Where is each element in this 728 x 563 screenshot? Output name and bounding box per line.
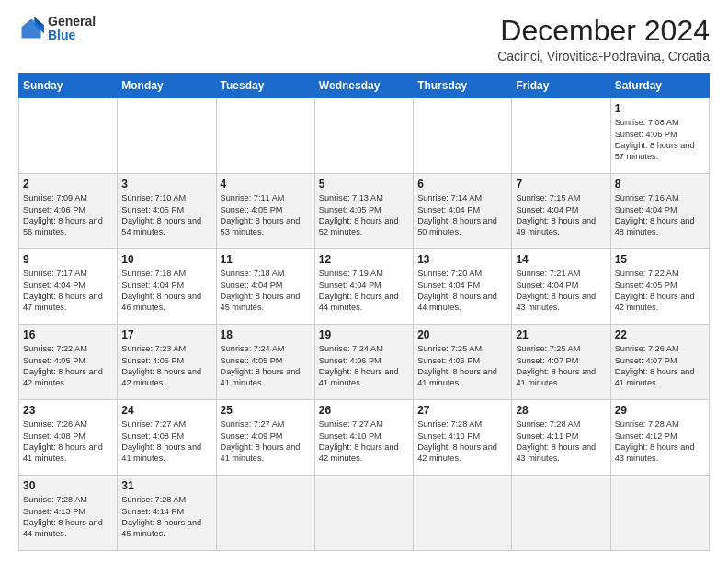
table-row: 19Sunrise: 7:24 AMSunset: 4:06 PMDayligh… bbox=[314, 325, 413, 400]
table-row: 2Sunrise: 7:09 AMSunset: 4:06 PMDaylight… bbox=[19, 174, 118, 249]
logo-icon bbox=[18, 16, 44, 41]
table-row: 20Sunrise: 7:25 AMSunset: 4:06 PMDayligh… bbox=[414, 325, 512, 400]
day-info: Sunrise: 7:27 AMSunset: 4:09 PMDaylight:… bbox=[221, 419, 301, 463]
day-number: 20 bbox=[417, 328, 507, 341]
day-number: 23 bbox=[23, 404, 113, 417]
day-number: 7 bbox=[516, 178, 606, 190]
table-row bbox=[414, 98, 512, 174]
day-number: 9 bbox=[23, 253, 113, 266]
day-number: 21 bbox=[516, 328, 606, 341]
table-row: 16Sunrise: 7:22 AMSunset: 4:05 PMDayligh… bbox=[19, 325, 118, 400]
table-row bbox=[19, 98, 118, 174]
day-info: Sunrise: 7:21 AMSunset: 4:04 PMDaylight:… bbox=[516, 269, 596, 312]
day-info: Sunrise: 7:16 AMSunset: 4:04 PMDaylight:… bbox=[615, 193, 695, 236]
day-number: 17 bbox=[121, 328, 211, 341]
day-number: 15 bbox=[615, 253, 705, 266]
day-number: 31 bbox=[121, 479, 211, 492]
header-tuesday: Tuesday bbox=[216, 74, 314, 98]
table-row: 27Sunrise: 7:28 AMSunset: 4:10 PMDayligh… bbox=[414, 400, 512, 476]
day-number: 13 bbox=[417, 253, 507, 266]
day-info: Sunrise: 7:27 AMSunset: 4:08 PMDaylight:… bbox=[121, 419, 201, 463]
table-row: 12Sunrise: 7:19 AMSunset: 4:04 PMDayligh… bbox=[314, 249, 413, 325]
day-info: Sunrise: 7:23 AMSunset: 4:05 PMDaylight:… bbox=[121, 344, 201, 387]
table-row bbox=[314, 98, 413, 174]
table-row: 29Sunrise: 7:28 AMSunset: 4:12 PMDayligh… bbox=[610, 400, 709, 476]
header-wednesday: Wednesday bbox=[314, 74, 413, 98]
table-row bbox=[216, 98, 314, 174]
table-row: 28Sunrise: 7:28 AMSunset: 4:11 PMDayligh… bbox=[512, 400, 610, 476]
day-info: Sunrise: 7:09 AMSunset: 4:06 PMDaylight:… bbox=[23, 193, 103, 236]
day-info: Sunrise: 7:08 AMSunset: 4:06 PMDaylight:… bbox=[615, 118, 695, 161]
day-info: Sunrise: 7:20 AMSunset: 4:04 PMDaylight:… bbox=[417, 269, 497, 312]
day-info: Sunrise: 7:15 AMSunset: 4:04 PMDaylight:… bbox=[516, 193, 596, 236]
day-number: 11 bbox=[221, 253, 311, 266]
title-block: December 2024 Cacinci, Virovitica-Podrav… bbox=[497, 15, 710, 63]
day-number: 27 bbox=[417, 404, 507, 417]
day-info: Sunrise: 7:28 AMSunset: 4:14 PMDaylight:… bbox=[121, 495, 201, 538]
day-info: Sunrise: 7:27 AMSunset: 4:10 PMDaylight:… bbox=[319, 419, 399, 463]
table-row: 17Sunrise: 7:23 AMSunset: 4:05 PMDayligh… bbox=[118, 325, 216, 400]
day-info: Sunrise: 7:11 AMSunset: 4:05 PMDaylight:… bbox=[221, 193, 301, 236]
day-info: Sunrise: 7:22 AMSunset: 4:05 PMDaylight:… bbox=[615, 269, 695, 312]
day-number: 12 bbox=[319, 253, 409, 266]
logo-general-text: General bbox=[48, 15, 96, 29]
table-row: 4Sunrise: 7:11 AMSunset: 4:05 PMDaylight… bbox=[216, 174, 314, 249]
table-row: 22Sunrise: 7:26 AMSunset: 4:07 PMDayligh… bbox=[610, 325, 709, 400]
calendar-header-row: Sunday Monday Tuesday Wednesday Thursday… bbox=[19, 74, 710, 98]
table-row: 15Sunrise: 7:22 AMSunset: 4:05 PMDayligh… bbox=[610, 249, 709, 325]
day-info: Sunrise: 7:14 AMSunset: 4:04 PMDaylight:… bbox=[417, 193, 497, 236]
day-number: 1 bbox=[615, 102, 705, 115]
logo: General Blue bbox=[18, 15, 96, 43]
header-saturday: Saturday bbox=[610, 74, 709, 98]
table-row bbox=[216, 476, 314, 551]
header: General Blue December 2024 Cacinci, Viro… bbox=[18, 15, 710, 63]
calendar-table: Sunday Monday Tuesday Wednesday Thursday… bbox=[18, 73, 710, 551]
table-row: 9Sunrise: 7:17 AMSunset: 4:04 PMDaylight… bbox=[19, 249, 118, 325]
day-number: 10 bbox=[121, 253, 211, 266]
day-number: 8 bbox=[615, 178, 705, 190]
table-row: 14Sunrise: 7:21 AMSunset: 4:04 PMDayligh… bbox=[512, 249, 610, 325]
day-info: Sunrise: 7:24 AMSunset: 4:05 PMDaylight:… bbox=[221, 344, 301, 387]
header-friday: Friday bbox=[512, 74, 610, 98]
table-row: 5Sunrise: 7:13 AMSunset: 4:05 PMDaylight… bbox=[314, 174, 413, 249]
day-number: 24 bbox=[121, 404, 211, 417]
day-info: Sunrise: 7:17 AMSunset: 4:04 PMDaylight:… bbox=[23, 269, 103, 312]
table-row bbox=[314, 476, 413, 551]
day-info: Sunrise: 7:10 AMSunset: 4:05 PMDaylight:… bbox=[121, 193, 201, 236]
table-row: 18Sunrise: 7:24 AMSunset: 4:05 PMDayligh… bbox=[216, 325, 314, 400]
day-number: 5 bbox=[319, 178, 409, 190]
day-number: 22 bbox=[615, 328, 705, 341]
table-row: 26Sunrise: 7:27 AMSunset: 4:10 PMDayligh… bbox=[314, 400, 413, 476]
main-title: December 2024 bbox=[497, 15, 710, 47]
day-info: Sunrise: 7:26 AMSunset: 4:08 PMDaylight:… bbox=[23, 419, 103, 463]
day-info: Sunrise: 7:19 AMSunset: 4:04 PMDaylight:… bbox=[319, 269, 399, 312]
table-row: 23Sunrise: 7:26 AMSunset: 4:08 PMDayligh… bbox=[19, 400, 118, 476]
table-row bbox=[414, 476, 512, 551]
table-row: 11Sunrise: 7:18 AMSunset: 4:04 PMDayligh… bbox=[216, 249, 314, 325]
day-number: 26 bbox=[319, 404, 409, 417]
day-info: Sunrise: 7:25 AMSunset: 4:06 PMDaylight:… bbox=[417, 344, 497, 387]
table-row: 31Sunrise: 7:28 AMSunset: 4:14 PMDayligh… bbox=[118, 476, 216, 551]
table-row: 13Sunrise: 7:20 AMSunset: 4:04 PMDayligh… bbox=[414, 249, 512, 325]
table-row bbox=[610, 476, 709, 551]
header-thursday: Thursday bbox=[414, 74, 512, 98]
table-row: 30Sunrise: 7:28 AMSunset: 4:13 PMDayligh… bbox=[19, 476, 118, 551]
day-number: 29 bbox=[615, 404, 705, 417]
header-monday: Monday bbox=[118, 74, 216, 98]
day-info: Sunrise: 7:26 AMSunset: 4:07 PMDaylight:… bbox=[615, 344, 695, 387]
day-number: 25 bbox=[221, 404, 311, 417]
day-number: 3 bbox=[121, 178, 211, 190]
header-sunday: Sunday bbox=[19, 74, 118, 98]
day-info: Sunrise: 7:28 AMSunset: 4:11 PMDaylight:… bbox=[516, 419, 596, 463]
day-number: 14 bbox=[516, 253, 606, 266]
day-number: 30 bbox=[23, 479, 113, 492]
day-info: Sunrise: 7:13 AMSunset: 4:05 PMDaylight:… bbox=[319, 193, 399, 236]
day-info: Sunrise: 7:28 AMSunset: 4:10 PMDaylight:… bbox=[417, 419, 497, 463]
page: General Blue December 2024 Cacinci, Viro… bbox=[0, 0, 728, 563]
table-row: 8Sunrise: 7:16 AMSunset: 4:04 PMDaylight… bbox=[610, 174, 709, 249]
table-row bbox=[512, 476, 610, 551]
subtitle: Cacinci, Virovitica-Podravina, Croatia bbox=[497, 49, 710, 63]
day-number: 28 bbox=[516, 404, 606, 417]
table-row: 25Sunrise: 7:27 AMSunset: 4:09 PMDayligh… bbox=[216, 400, 314, 476]
table-row: 1Sunrise: 7:08 AMSunset: 4:06 PMDaylight… bbox=[610, 98, 709, 174]
